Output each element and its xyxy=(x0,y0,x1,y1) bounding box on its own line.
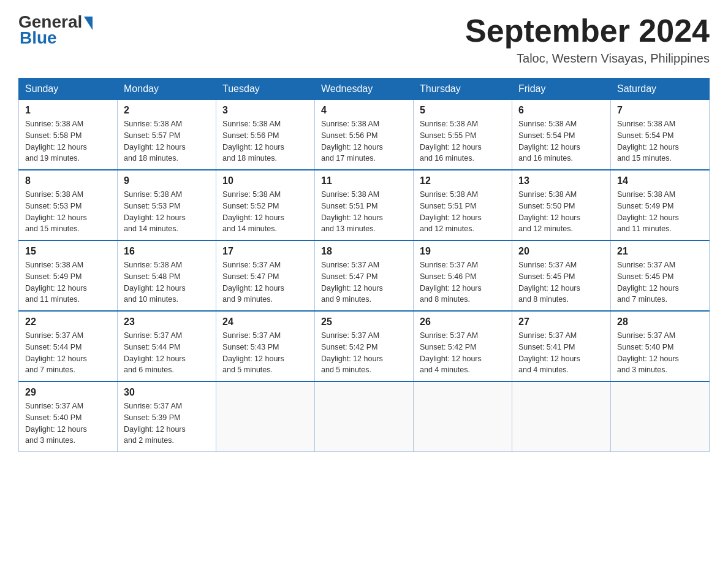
calendar-cell: 18Sunrise: 5:37 AMSunset: 5:47 PMDayligh… xyxy=(315,240,414,311)
day-info: Sunrise: 5:38 AMSunset: 5:50 PMDaylight:… xyxy=(518,189,604,235)
day-info: Sunrise: 5:38 AMSunset: 5:53 PMDaylight:… xyxy=(124,189,210,235)
col-header-tuesday: Tuesday xyxy=(216,79,315,100)
day-number: 4 xyxy=(321,105,407,116)
day-info: Sunrise: 5:37 AMSunset: 5:45 PMDaylight:… xyxy=(518,259,604,305)
day-info: Sunrise: 5:37 AMSunset: 5:40 PMDaylight:… xyxy=(617,330,703,376)
day-number: 25 xyxy=(321,316,407,327)
calendar-cell xyxy=(512,381,611,452)
day-number: 8 xyxy=(25,175,111,186)
calendar-cell: 27Sunrise: 5:37 AMSunset: 5:41 PMDayligh… xyxy=(512,311,611,381)
calendar-cell: 21Sunrise: 5:37 AMSunset: 5:45 PMDayligh… xyxy=(611,240,710,311)
day-number: 6 xyxy=(518,105,604,116)
day-number: 7 xyxy=(617,105,703,116)
calendar-cell: 24Sunrise: 5:37 AMSunset: 5:43 PMDayligh… xyxy=(216,311,315,381)
day-info: Sunrise: 5:38 AMSunset: 5:51 PMDaylight:… xyxy=(420,189,506,235)
logo-triangle-icon xyxy=(84,17,93,30)
calendar-cell xyxy=(414,381,512,452)
day-info: Sunrise: 5:37 AMSunset: 5:44 PMDaylight:… xyxy=(124,330,210,376)
day-info: Sunrise: 5:37 AMSunset: 5:41 PMDaylight:… xyxy=(518,330,604,376)
calendar-cell: 2Sunrise: 5:38 AMSunset: 5:57 PMDaylight… xyxy=(118,100,216,170)
day-number: 27 xyxy=(518,316,604,327)
day-info: Sunrise: 5:38 AMSunset: 5:51 PMDaylight:… xyxy=(321,189,407,235)
day-number: 11 xyxy=(321,175,407,186)
day-info: Sunrise: 5:38 AMSunset: 5:53 PMDaylight:… xyxy=(25,189,111,235)
day-number: 10 xyxy=(222,175,308,186)
calendar-cell: 16Sunrise: 5:38 AMSunset: 5:48 PMDayligh… xyxy=(118,240,216,311)
day-info: Sunrise: 5:37 AMSunset: 5:42 PMDaylight:… xyxy=(420,330,506,376)
calendar-cell: 25Sunrise: 5:37 AMSunset: 5:42 PMDayligh… xyxy=(315,311,414,381)
calendar-cell: 17Sunrise: 5:37 AMSunset: 5:47 PMDayligh… xyxy=(216,240,315,311)
calendar-cell: 13Sunrise: 5:38 AMSunset: 5:50 PMDayligh… xyxy=(512,170,611,240)
calendar-cell: 30Sunrise: 5:37 AMSunset: 5:39 PMDayligh… xyxy=(118,381,216,452)
calendar-cell: 8Sunrise: 5:38 AMSunset: 5:53 PMDaylight… xyxy=(19,170,118,240)
calendar-cell: 10Sunrise: 5:38 AMSunset: 5:52 PMDayligh… xyxy=(216,170,315,240)
day-number: 12 xyxy=(420,175,506,186)
day-info: Sunrise: 5:38 AMSunset: 5:55 PMDaylight:… xyxy=(420,118,506,164)
calendar-week-4: 22Sunrise: 5:37 AMSunset: 5:44 PMDayligh… xyxy=(19,311,710,381)
logo-blue-text: Blue xyxy=(18,28,57,48)
col-header-saturday: Saturday xyxy=(611,79,710,100)
day-info: Sunrise: 5:37 AMSunset: 5:44 PMDaylight:… xyxy=(25,330,111,376)
day-info: Sunrise: 5:38 AMSunset: 5:54 PMDaylight:… xyxy=(518,118,604,164)
calendar-cell: 4Sunrise: 5:38 AMSunset: 5:56 PMDaylight… xyxy=(315,100,414,170)
day-info: Sunrise: 5:38 AMSunset: 5:54 PMDaylight:… xyxy=(617,118,703,164)
col-header-monday: Monday xyxy=(118,79,216,100)
day-info: Sunrise: 5:38 AMSunset: 5:56 PMDaylight:… xyxy=(222,118,308,164)
calendar-cell: 3Sunrise: 5:38 AMSunset: 5:56 PMDaylight… xyxy=(216,100,315,170)
day-info: Sunrise: 5:37 AMSunset: 5:45 PMDaylight:… xyxy=(617,259,703,305)
calendar-cell: 28Sunrise: 5:37 AMSunset: 5:40 PMDayligh… xyxy=(611,311,710,381)
calendar-cell: 14Sunrise: 5:38 AMSunset: 5:49 PMDayligh… xyxy=(611,170,710,240)
location-label: Taloc, Western Visayas, Philippines xyxy=(465,52,710,66)
day-number: 5 xyxy=(420,105,506,116)
day-number: 9 xyxy=(124,175,210,186)
day-number: 16 xyxy=(124,246,210,257)
calendar-cell: 19Sunrise: 5:37 AMSunset: 5:46 PMDayligh… xyxy=(414,240,512,311)
day-info: Sunrise: 5:38 AMSunset: 5:58 PMDaylight:… xyxy=(25,118,111,164)
day-number: 18 xyxy=(321,246,407,257)
day-info: Sunrise: 5:38 AMSunset: 5:49 PMDaylight:… xyxy=(25,259,111,305)
page-header: General Blue September 2024 Taloc, Weste… xyxy=(18,12,710,66)
calendar-cell: 11Sunrise: 5:38 AMSunset: 5:51 PMDayligh… xyxy=(315,170,414,240)
day-info: Sunrise: 5:37 AMSunset: 5:46 PMDaylight:… xyxy=(420,259,506,305)
day-number: 29 xyxy=(25,387,111,398)
calendar-week-1: 1Sunrise: 5:38 AMSunset: 5:58 PMDaylight… xyxy=(19,100,710,170)
day-number: 28 xyxy=(617,316,703,327)
day-info: Sunrise: 5:38 AMSunset: 5:57 PMDaylight:… xyxy=(124,118,210,164)
calendar-cell: 23Sunrise: 5:37 AMSunset: 5:44 PMDayligh… xyxy=(118,311,216,381)
day-info: Sunrise: 5:37 AMSunset: 5:47 PMDaylight:… xyxy=(321,259,407,305)
day-number: 14 xyxy=(617,175,703,186)
logo: General Blue xyxy=(18,12,93,48)
calendar-cell xyxy=(611,381,710,452)
calendar-cell: 29Sunrise: 5:37 AMSunset: 5:40 PMDayligh… xyxy=(19,381,118,452)
calendar-cell: 20Sunrise: 5:37 AMSunset: 5:45 PMDayligh… xyxy=(512,240,611,311)
day-info: Sunrise: 5:38 AMSunset: 5:56 PMDaylight:… xyxy=(321,118,407,164)
day-number: 17 xyxy=(222,246,308,257)
day-number: 23 xyxy=(124,316,210,327)
calendar-cell xyxy=(216,381,315,452)
day-number: 15 xyxy=(25,246,111,257)
day-info: Sunrise: 5:38 AMSunset: 5:48 PMDaylight:… xyxy=(124,259,210,305)
day-number: 20 xyxy=(518,246,604,257)
col-header-wednesday: Wednesday xyxy=(315,79,414,100)
day-number: 26 xyxy=(420,316,506,327)
day-info: Sunrise: 5:38 AMSunset: 5:52 PMDaylight:… xyxy=(222,189,308,235)
day-number: 1 xyxy=(25,105,111,116)
day-info: Sunrise: 5:37 AMSunset: 5:39 PMDaylight:… xyxy=(124,400,210,446)
calendar-cell: 15Sunrise: 5:38 AMSunset: 5:49 PMDayligh… xyxy=(19,240,118,311)
calendar-table: SundayMondayTuesdayWednesdayThursdayFrid… xyxy=(18,78,710,452)
day-info: Sunrise: 5:37 AMSunset: 5:42 PMDaylight:… xyxy=(321,330,407,376)
day-number: 21 xyxy=(617,246,703,257)
col-header-friday: Friday xyxy=(512,79,611,100)
col-header-thursday: Thursday xyxy=(414,79,512,100)
calendar-cell: 5Sunrise: 5:38 AMSunset: 5:55 PMDaylight… xyxy=(414,100,512,170)
day-number: 13 xyxy=(518,175,604,186)
calendar-week-3: 15Sunrise: 5:38 AMSunset: 5:49 PMDayligh… xyxy=(19,240,710,311)
calendar-cell: 9Sunrise: 5:38 AMSunset: 5:53 PMDaylight… xyxy=(118,170,216,240)
day-info: Sunrise: 5:37 AMSunset: 5:40 PMDaylight:… xyxy=(25,400,111,446)
day-info: Sunrise: 5:37 AMSunset: 5:43 PMDaylight:… xyxy=(222,330,308,376)
calendar-cell: 1Sunrise: 5:38 AMSunset: 5:58 PMDaylight… xyxy=(19,100,118,170)
calendar-cell xyxy=(315,381,414,452)
month-title: September 2024 xyxy=(465,12,710,49)
calendar-cell: 6Sunrise: 5:38 AMSunset: 5:54 PMDaylight… xyxy=(512,100,611,170)
day-number: 3 xyxy=(222,105,308,116)
